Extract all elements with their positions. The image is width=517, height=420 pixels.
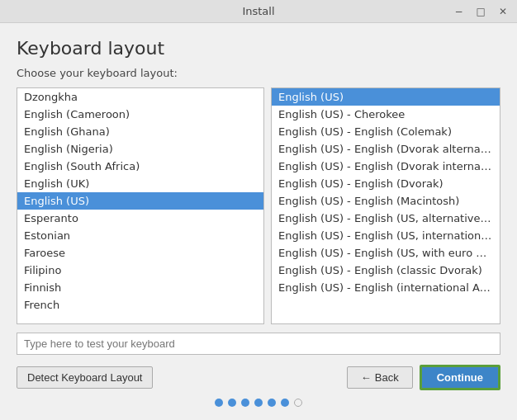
list-item[interactable]: English (US) - English (Colemak) xyxy=(272,123,500,140)
maximize-button[interactable]: □ xyxy=(473,6,489,17)
back-button[interactable]: ← Back xyxy=(347,366,413,389)
window-title: Install xyxy=(242,5,274,17)
list-item[interactable]: English (US) - English (US, internationa… xyxy=(272,227,500,244)
progress-dot xyxy=(254,399,263,407)
list-item[interactable]: Faroese xyxy=(17,244,263,262)
close-button[interactable]: ✕ xyxy=(496,6,510,17)
list-item[interactable]: Finnish xyxy=(17,279,263,296)
bottom-row: Detect Keyboard Layout ← Back Continue xyxy=(17,365,500,390)
window-controls: − □ ✕ xyxy=(452,6,510,17)
list-item[interactable]: Esperanto xyxy=(17,210,263,227)
detect-keyboard-button[interactable]: Detect Keyboard Layout xyxy=(17,366,153,389)
list-item[interactable]: Dzongkha xyxy=(17,88,263,106)
progress-dot xyxy=(228,399,236,407)
list-item[interactable]: English (Ghana) xyxy=(17,123,263,140)
progress-dots xyxy=(17,399,500,407)
list-item[interactable]: English (US) - English (Dvorak alternati… xyxy=(272,140,500,158)
list-item[interactable]: English (US) - English (international Al… xyxy=(272,279,500,296)
list-item[interactable]: English (US) - English (US, alternative … xyxy=(272,210,500,227)
back-arrow-icon: ← xyxy=(361,371,372,384)
list-item[interactable]: English (US) - English (classic Dvorak) xyxy=(272,262,500,279)
keyboard-test-input[interactable] xyxy=(17,333,500,355)
subtitle: Choose your keyboard layout: xyxy=(17,67,500,79)
progress-dot xyxy=(215,399,223,407)
progress-dot xyxy=(268,399,276,407)
nav-buttons: ← Back Continue xyxy=(347,365,500,390)
list-item[interactable]: English (Nigeria) xyxy=(17,140,263,158)
titlebar: Install − □ ✕ xyxy=(0,0,517,23)
main-content: Keyboard layout Choose your keyboard lay… xyxy=(0,23,517,420)
list-item[interactable]: English (UK) xyxy=(17,175,263,192)
minimize-button[interactable]: − xyxy=(452,6,467,17)
list-item[interactable]: English (US) - Cherokee xyxy=(272,106,500,123)
list-item[interactable]: Filipino xyxy=(17,262,263,279)
progress-dot xyxy=(281,399,289,407)
progress-dot xyxy=(241,399,249,407)
page-title: Keyboard layout xyxy=(17,38,500,59)
test-input-row xyxy=(17,333,500,355)
back-label: Back xyxy=(375,371,399,384)
list-item[interactable]: English (US) - English (US, with euro on… xyxy=(272,244,500,262)
list-item[interactable]: English (US) - English (Macintosh) xyxy=(272,192,500,210)
lists-row: DzongkhaEnglish (Cameroon)English (Ghana… xyxy=(17,87,500,324)
list-item[interactable]: English (US) - English (Dvorak internati… xyxy=(272,158,500,175)
progress-dot xyxy=(294,399,302,407)
variant-list[interactable]: English (US)English (US) - CherokeeEngli… xyxy=(271,87,500,324)
list-item[interactable]: English (US) xyxy=(17,192,263,210)
list-item[interactable]: English (US) - English (Dvorak) xyxy=(272,175,500,192)
list-item[interactable]: English (US) xyxy=(272,88,500,106)
language-list[interactable]: DzongkhaEnglish (Cameroon)English (Ghana… xyxy=(17,87,264,324)
list-item[interactable]: French xyxy=(17,296,263,314)
list-item[interactable]: English (South Africa) xyxy=(17,158,263,175)
list-item[interactable]: English (Cameroon) xyxy=(17,106,263,123)
continue-button[interactable]: Continue xyxy=(420,365,500,390)
list-item[interactable]: Estonian xyxy=(17,227,263,244)
